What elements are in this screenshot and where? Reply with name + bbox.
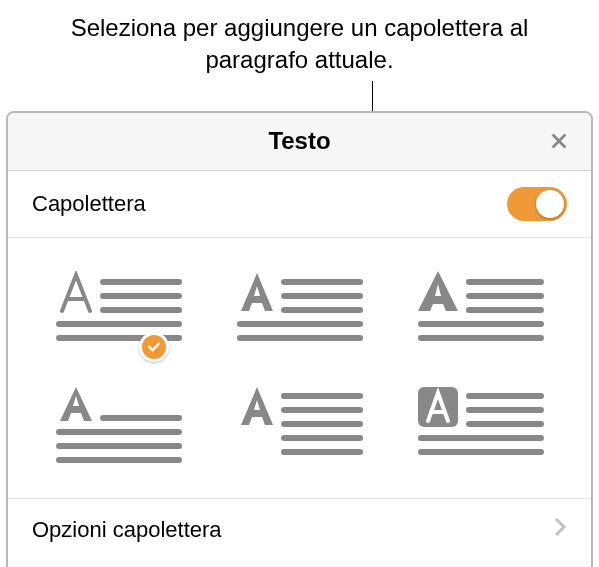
svg-rect-26	[466, 407, 544, 413]
toggle-knob	[536, 190, 564, 218]
svg-rect-22	[281, 435, 363, 441]
panel-body: Capolettera	[8, 171, 591, 561]
svg-rect-14	[418, 335, 544, 341]
drop-cap-style-1[interactable]	[48, 266, 189, 356]
annotation-text: Seleziona per aggiungere un capolettera …	[0, 0, 599, 85]
svg-rect-25	[466, 393, 544, 399]
drop-cap-style-grid	[8, 238, 591, 499]
drop-cap-style-6[interactable]	[410, 380, 551, 470]
svg-rect-2	[100, 307, 182, 313]
svg-rect-17	[56, 443, 182, 449]
panel-title: Testo	[268, 127, 330, 155]
svg-rect-3	[56, 321, 182, 327]
drop-cap-style-4[interactable]	[48, 380, 189, 470]
svg-rect-27	[466, 421, 544, 427]
drop-cap-options-label: Opzioni capolettera	[32, 517, 222, 543]
close-icon	[548, 130, 570, 152]
svg-rect-9	[237, 335, 363, 341]
drop-cap-style-3-icon	[416, 271, 546, 351]
drop-cap-row: Capolettera	[8, 171, 591, 238]
svg-rect-7	[281, 307, 363, 313]
panel-header: Testo	[8, 113, 591, 171]
svg-rect-28	[418, 435, 544, 441]
drop-cap-label: Capolettera	[32, 191, 146, 217]
svg-rect-20	[281, 407, 363, 413]
text-panel: Testo Capolettera	[6, 111, 593, 567]
drop-cap-options-row[interactable]: Opzioni capolettera	[8, 499, 591, 561]
drop-cap-toggle[interactable]	[507, 187, 567, 221]
selected-checkmark-icon	[139, 332, 169, 362]
svg-rect-13	[418, 321, 544, 327]
svg-rect-0	[100, 279, 182, 285]
svg-rect-12	[466, 307, 544, 313]
svg-rect-1	[100, 293, 182, 299]
svg-rect-8	[237, 321, 363, 327]
drop-cap-style-6-icon	[416, 385, 546, 465]
svg-rect-5	[281, 279, 363, 285]
drop-cap-style-3[interactable]	[410, 266, 551, 356]
drop-cap-style-2[interactable]	[229, 266, 370, 356]
svg-rect-19	[281, 393, 363, 399]
svg-rect-11	[466, 293, 544, 299]
svg-rect-29	[418, 449, 544, 455]
drop-cap-style-5-icon	[235, 385, 365, 465]
drop-cap-style-2-icon	[235, 271, 365, 351]
svg-rect-18	[56, 457, 182, 463]
svg-rect-10	[466, 279, 544, 285]
svg-rect-16	[56, 429, 182, 435]
close-button[interactable]	[545, 127, 573, 155]
callout-line	[0, 85, 599, 111]
svg-rect-15	[100, 415, 182, 421]
svg-rect-6	[281, 293, 363, 299]
drop-cap-style-4-icon	[54, 385, 184, 465]
svg-rect-21	[281, 421, 363, 427]
svg-rect-23	[281, 449, 363, 455]
chevron-right-icon	[553, 517, 567, 543]
drop-cap-style-5[interactable]	[229, 380, 370, 470]
